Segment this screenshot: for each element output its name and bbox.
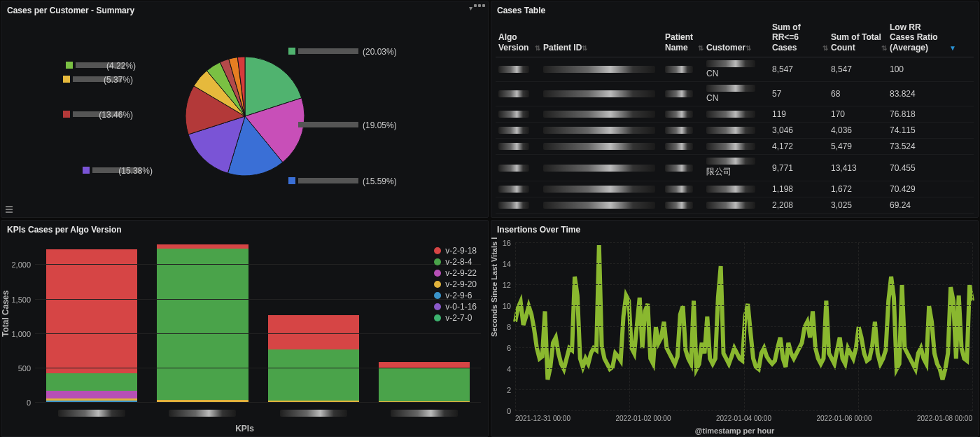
line-chart[interactable] bbox=[515, 243, 972, 411]
y-tick: 1,500 bbox=[11, 296, 31, 304]
table-row[interactable]: 14922366.816 bbox=[496, 214, 974, 217]
cell-rr: 8,547 bbox=[772, 64, 828, 74]
table-row[interactable]: CN8,5478,547100 bbox=[496, 57, 974, 82]
panel-insertions-over-time: Insertions Over Time Seconds Since Last … bbox=[491, 220, 979, 437]
x-tick: 2022-01-04 00:00 bbox=[716, 415, 771, 422]
svg-rect-1 bbox=[298, 48, 358, 54]
cell-total: 68 bbox=[831, 89, 887, 99]
pie-slice-label: (19.05%) bbox=[363, 120, 397, 130]
bar[interactable] bbox=[46, 244, 137, 403]
x-tick bbox=[169, 410, 236, 417]
panel-cases-per-customer: ▾ Cases per Customer - Summary (20.03%)(… bbox=[1, 1, 489, 218]
cell-total: 3,025 bbox=[831, 200, 887, 210]
pie-slice-label: (15.59%) bbox=[363, 176, 397, 186]
svg-rect-0 bbox=[288, 48, 295, 55]
cell-total: 223 bbox=[831, 216, 887, 217]
cell-ratio: 70.429 bbox=[890, 184, 956, 194]
cell-rr: 3,046 bbox=[772, 125, 828, 135]
cell-ratio: 66.816 bbox=[890, 216, 956, 217]
pie-slice-label: (15.38%) bbox=[118, 166, 153, 176]
legend-item[interactable]: v-0-1-16 bbox=[434, 302, 477, 312]
panel-title: Cases Table bbox=[491, 1, 978, 18]
table-row[interactable]: 4,1725,47973.524 bbox=[496, 139, 974, 155]
legend-item[interactable]: v-2-7-0 bbox=[434, 313, 477, 323]
y-tick: 14 bbox=[503, 260, 511, 268]
svg-rect-5 bbox=[298, 178, 358, 183]
x-tick: 2021-12-31 00:00 bbox=[515, 415, 570, 422]
table-body[interactable]: CN8,5478,547100CN576883.82411917076.8183… bbox=[496, 57, 974, 217]
column-header[interactable]: Sum of Total Count ⇅ bbox=[831, 22, 887, 53]
cell-ratio: 74.115 bbox=[890, 125, 956, 135]
cell-rr: 9,771 bbox=[772, 163, 828, 173]
table-row[interactable]: 3,0464,03674.115 bbox=[496, 123, 974, 139]
cell-total: 170 bbox=[831, 109, 887, 119]
bar-segment[interactable] bbox=[268, 349, 359, 401]
bar-segment[interactable] bbox=[157, 249, 248, 400]
column-header[interactable]: Low RR Cases Ratio (Average) ▼ bbox=[890, 22, 956, 53]
table-row[interactable]: 1,1981,67270.429 bbox=[496, 181, 974, 197]
svg-rect-2 bbox=[288, 121, 295, 128]
cell-ratio: 83.824 bbox=[890, 89, 956, 99]
cell-total: 4,036 bbox=[831, 125, 887, 135]
bar[interactable] bbox=[157, 244, 248, 403]
x-tick: 2022-01-08 00:00 bbox=[917, 415, 972, 422]
cell-ratio: 76.818 bbox=[890, 109, 956, 119]
bar-chart[interactable] bbox=[35, 244, 481, 403]
column-header[interactable]: Sum of RR<=6 Cases ⇅ bbox=[772, 22, 828, 53]
bar[interactable] bbox=[268, 244, 359, 403]
table-row[interactable]: 2,2083,02569.24 bbox=[496, 197, 974, 214]
cell-rr: 4,172 bbox=[772, 141, 828, 151]
column-header[interactable]: Patient ID ⇅ bbox=[543, 22, 662, 53]
svg-rect-12 bbox=[66, 62, 73, 69]
table-row[interactable]: CN576883.824 bbox=[496, 82, 974, 106]
x-tick: 2022-01-06 00:00 bbox=[817, 415, 872, 422]
column-header[interactable]: Patient Name ⇅ bbox=[665, 22, 704, 53]
x-tick bbox=[280, 410, 347, 417]
cell-rr: 149 bbox=[772, 216, 828, 217]
y-tick: 0 bbox=[507, 407, 511, 415]
y-tick: 4 bbox=[507, 365, 511, 373]
bar-legend[interactable]: v-2-9-18v-2-8-4v-2-9-22v-2-9-20v-2-9-6v-… bbox=[434, 246, 477, 324]
pie-chart[interactable]: (20.03%)(19.05%)(15.59%)(15.38%)(13.46%)… bbox=[49, 25, 441, 207]
bar-segment[interactable] bbox=[46, 249, 137, 373]
y-tick: 2,000 bbox=[11, 261, 31, 269]
column-header[interactable]: Customer ⇅ bbox=[706, 22, 769, 53]
legend-toggle-icon[interactable] bbox=[6, 206, 13, 213]
line-x-axis-label: @timestamp per hour bbox=[491, 426, 978, 435]
y-tick: 16 bbox=[503, 239, 511, 247]
legend-item[interactable]: v-2-9-22 bbox=[434, 268, 477, 278]
panel-title: Insertions Over Time bbox=[491, 221, 978, 237]
pie-slice-label: (13.46%) bbox=[99, 110, 133, 120]
bar-x-axis-label: KPIs bbox=[1, 424, 488, 433]
bar-segment[interactable] bbox=[46, 373, 137, 391]
x-tick bbox=[58, 410, 125, 417]
legend-item[interactable]: v-2-9-18 bbox=[434, 246, 477, 256]
bar-segment[interactable] bbox=[379, 368, 470, 401]
y-tick: 0 bbox=[27, 398, 31, 407]
table-row[interactable]: 限公司9,77113,41370.455 bbox=[496, 155, 974, 181]
cell-rr: 57 bbox=[772, 89, 828, 99]
legend-item[interactable]: v-2-9-20 bbox=[434, 279, 477, 289]
bar-segment[interactable] bbox=[46, 391, 137, 398]
cell-rr: 119 bbox=[772, 109, 828, 119]
x-tick bbox=[391, 410, 458, 417]
y-tick: 1,000 bbox=[11, 330, 31, 338]
column-header[interactable]: Algo Version ⇅ bbox=[498, 22, 540, 53]
svg-rect-6 bbox=[83, 167, 90, 174]
y-tick: 2 bbox=[507, 386, 511, 394]
table-row[interactable]: 11917076.818 bbox=[496, 106, 974, 123]
y-tick: 12 bbox=[503, 281, 511, 289]
panel-menu-icon[interactable] bbox=[474, 4, 485, 7]
svg-rect-10 bbox=[63, 76, 70, 83]
pie-slice-label: (20.03%) bbox=[363, 47, 397, 57]
x-tick: 2022-01-02 00:00 bbox=[616, 415, 671, 422]
panel-chevron-icon[interactable]: ▾ bbox=[469, 4, 472, 12]
svg-rect-8 bbox=[63, 111, 70, 118]
y-tick: 6 bbox=[507, 344, 511, 352]
cell-ratio: 70.455 bbox=[890, 163, 956, 173]
panel-title: Cases per Customer - Summary bbox=[1, 1, 488, 18]
legend-item[interactable]: v-2-9-6 bbox=[434, 291, 477, 300]
legend-item[interactable]: v-2-8-4 bbox=[434, 257, 477, 267]
svg-rect-3 bbox=[298, 122, 358, 127]
pie-slice-label: (4.22%) bbox=[106, 61, 135, 71]
